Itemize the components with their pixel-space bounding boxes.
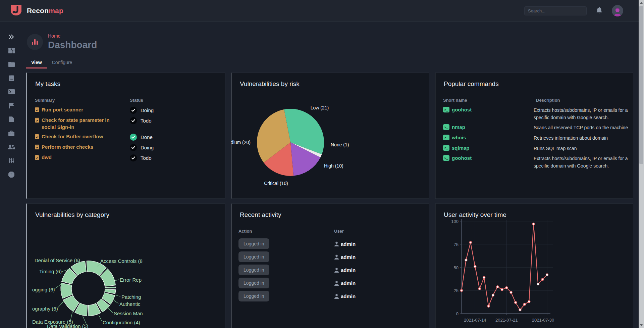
task-status: Doing	[130, 106, 154, 114]
action-badge: Logged in	[238, 291, 269, 301]
chart-label: Configuration (4)	[103, 320, 140, 325]
chart-label: Error Rep	[120, 277, 142, 283]
activity-user: admin	[334, 280, 356, 286]
card-recent-activity: Recent activity Action User Logged in ad…	[231, 203, 429, 328]
chart-label: Timing (6)	[39, 269, 62, 274]
user-avatar[interactable]	[612, 5, 623, 16]
activity-table-header: Action User	[238, 229, 429, 234]
sidebar-item-projects-folder-icon[interactable]	[0, 57, 23, 71]
chart-label: Low (21)	[311, 105, 329, 110]
sidebar-expand-button[interactable]	[0, 30, 23, 44]
search-input[interactable]	[524, 6, 587, 15]
column-status: Status	[130, 98, 143, 103]
action-badge: Logged in	[238, 265, 269, 275]
sidebar-item-team-users-icon[interactable]	[0, 140, 23, 154]
task-link[interactable]: Run port scanner	[35, 106, 122, 113]
column-action: Action	[238, 229, 334, 234]
tab-view[interactable]: View	[26, 57, 47, 68]
chart-label: Access Controls (8	[100, 258, 143, 264]
chart-label: 50	[454, 265, 459, 270]
page-scrollbar[interactable]	[639, 0, 644, 328]
table-row: Logged in admin	[238, 278, 429, 288]
task-status: Done	[130, 133, 153, 141]
status-check-icon	[130, 117, 137, 124]
chart-label: Critical (10)	[264, 181, 288, 186]
breadcrumb-home[interactable]: Home	[48, 33, 97, 39]
status-check-icon	[130, 144, 137, 151]
task-link[interactable]: Perform other checks	[35, 143, 122, 150]
card-title: My tasks	[27, 73, 225, 88]
task-status: Doing	[130, 143, 154, 151]
table-row: >_goohost Extracts hosts/subdomains, IP …	[443, 155, 633, 170]
command-link[interactable]: >_whois	[443, 135, 534, 140]
command-description: Retrieves information about domain	[534, 135, 632, 142]
card-title: Recent activity	[231, 204, 429, 219]
x-axis-tick-label: 2021-07-30	[532, 318, 554, 323]
risk-pie-chart: Low (21)None (1)High (10)Critical (10)Me…	[231, 73, 429, 198]
task-status: Todo	[130, 154, 152, 162]
chart-label: 0	[456, 311, 459, 316]
command-description: Scans all reserved TCP ports on the mach…	[534, 124, 632, 132]
table-row: >_sqlmap Runs SQL map scan	[443, 145, 633, 152]
activity-user: admin	[334, 241, 356, 247]
sidebar-item-tasks-clipboard-icon[interactable]	[0, 71, 23, 85]
x-axis-tick-label: 2021-07-14	[464, 318, 486, 323]
card-title: Popular commands	[435, 73, 633, 88]
command-link[interactable]: >_sqlmap	[443, 145, 534, 151]
table-row: Check for Buffer overflow Done	[35, 133, 225, 141]
sidebar: ?	[0, 22, 23, 328]
sidebar-item-commands-terminal-icon[interactable]	[0, 85, 23, 99]
status-check-icon	[130, 134, 137, 141]
command-description: Runs SQL map scan	[534, 145, 632, 152]
tab-configure[interactable]: Configure	[47, 57, 77, 68]
terminal-icon: >_	[443, 155, 449, 161]
tab-bar: View Configure	[26, 57, 644, 68]
task-status: Todo	[130, 116, 152, 125]
chart-label: Data Exposure (5)	[32, 319, 73, 325]
task-link[interactable]: Check for Buffer overflow	[35, 133, 122, 140]
task-link[interactable]: Check for state parameter in social Sign…	[35, 116, 122, 131]
chart-label: Patching	[121, 294, 141, 300]
card-vulnerabilities-by-risk: Vulnerabilities by risk Low (21)None (1)…	[231, 73, 429, 199]
sidebar-item-vault-briefcase-icon[interactable]	[0, 126, 23, 140]
task-link[interactable]: dwd	[35, 154, 122, 161]
user-activity-line-chart: 2021-07-142021-07-212021-07-300255075100	[435, 204, 633, 328]
top-navbar: Reconmap	[0, 0, 644, 22]
action-badge: Logged in	[238, 238, 269, 249]
page-title: Dashboard	[48, 40, 97, 50]
command-link[interactable]: >_nmap	[443, 124, 534, 130]
table-row: >_whois Retrieves information about doma…	[443, 135, 633, 142]
notifications-bell-icon[interactable]	[596, 7, 602, 15]
page-chart-icon	[27, 34, 43, 50]
command-link[interactable]: >_goohost	[443, 107, 534, 112]
sidebar-item-settings-sliders-icon[interactable]	[0, 154, 23, 168]
sidebar-item-flag-icon[interactable]	[0, 99, 23, 112]
reconmap-logo-icon	[9, 3, 23, 18]
scrollbar-up-arrow[interactable]	[639, 0, 644, 5]
chart-label: None (1)	[331, 142, 349, 147]
table-row: Run port scanner Doing	[35, 106, 225, 114]
chart-label: Session Man	[114, 311, 143, 316]
card-title: Vulnerabilities by category	[27, 204, 225, 219]
category-donut-chart: Access Controls (8Error RepPatchingAuthe…	[27, 224, 225, 328]
scrollbar-thumb[interactable]	[639, 6, 643, 164]
chart-label: High (10)	[324, 163, 343, 169]
activity-user: admin	[334, 267, 356, 273]
chart-label: Medium (20)	[231, 140, 251, 145]
line-chart-svg	[435, 204, 633, 328]
scrollbar-down-arrow[interactable]	[639, 323, 644, 328]
sidebar-item-dashboard[interactable]	[0, 44, 23, 57]
svg-text:?: ?	[10, 173, 13, 177]
command-link[interactable]: >_goohost	[443, 155, 534, 161]
activity-user: admin	[334, 254, 356, 260]
sidebar-item-documents-file-icon[interactable]	[0, 112, 23, 126]
chart-label: ography (6)	[32, 306, 58, 312]
table-row: Logged in admin	[238, 265, 429, 275]
terminal-icon: >_	[443, 124, 449, 130]
table-row: dwd Todo	[35, 154, 225, 162]
card-popular-commands: Popular commands Short name Description …	[435, 73, 633, 199]
table-row: >_nmap Scans all reserved TCP ports on t…	[443, 124, 633, 132]
sidebar-item-help-icon[interactable]: ?	[0, 168, 23, 181]
activity-user: admin	[334, 293, 356, 299]
brand[interactable]: Reconmap	[9, 3, 63, 18]
